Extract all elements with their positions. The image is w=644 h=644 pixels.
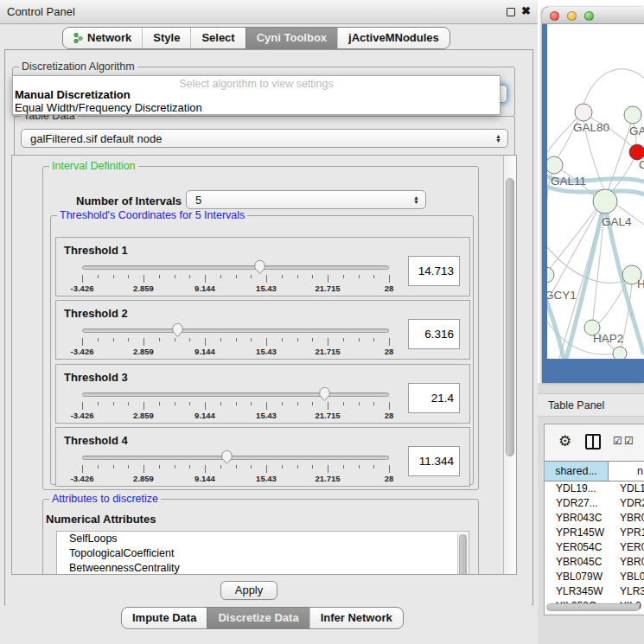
threshold-value-field[interactable]: 21.4	[408, 383, 460, 413]
gear-icon[interactable]: ⚙	[558, 432, 571, 450]
table-row[interactable]: YBR045CYBR0	[545, 555, 644, 570]
numerical-attributes-list[interactable]: SelfLoopsTopologicalCoefficientBetweenne…	[56, 531, 469, 575]
table-cell[interactable]: YDL19...	[545, 481, 609, 496]
thresholds-title: Threshold's Coordinates for 5 Intervals	[57, 209, 247, 221]
checkbox-icon[interactable]: ☑	[624, 435, 634, 447]
table-cell[interactable]: YLR345W	[545, 584, 609, 599]
attribute-item-selfloops[interactable]: SelfLoops	[57, 532, 469, 546]
tick-mark	[175, 275, 175, 278]
table-row[interactable]: YPR145WYPR1	[545, 526, 644, 540]
table-cell[interactable]: YLR3	[609, 584, 644, 599]
horizontal-scrollbar-thumb[interactable]	[546, 603, 640, 611]
tick-mark	[205, 275, 206, 283]
tab-network[interactable]: Network	[63, 28, 142, 48]
table-cell[interactable]: YER0	[609, 540, 644, 555]
tick-mark	[312, 338, 313, 341]
table-cell[interactable]: YBL079W	[545, 570, 609, 584]
app-root: Control Panel ✖ NetworkStyleSelectCyni T…	[0, 0, 644, 644]
threshold-value-field[interactable]: 11.344	[408, 446, 460, 476]
list-scrollbar[interactable]	[457, 532, 468, 575]
threshold-value-field[interactable]: 14.713	[408, 256, 460, 286]
float-window-icon[interactable]	[507, 8, 515, 16]
table-cell[interactable]: YBR043C	[545, 511, 609, 526]
slider-ticks	[82, 338, 389, 346]
table-row[interactable]: YDL19...YDL1	[545, 481, 644, 496]
table-cell[interactable]: YDL1	[609, 481, 644, 496]
table-row[interactable]: YLR345WYLR3	[545, 584, 644, 599]
table-cell[interactable]: YBR045C	[545, 555, 609, 570]
network-canvas[interactable]: GAL80GACGAL11GAL4GCY1HHAP2	[547, 24, 644, 359]
table-cell[interactable]: YDR2	[609, 496, 644, 511]
table-cell[interactable]: YPR145W	[545, 526, 609, 540]
apply-button[interactable]: Apply	[220, 581, 277, 600]
minimize-traffic-light-icon[interactable]	[567, 11, 577, 21]
network-node[interactable]	[613, 347, 627, 359]
vertical-scrollbar[interactable]	[503, 156, 516, 574]
tick-mark	[359, 338, 360, 341]
attribute-item-topologicalcoefficient[interactable]: TopologicalCoefficient	[57, 546, 469, 561]
network-edge[interactable]	[583, 69, 644, 105]
network-window-titlebar[interactable]	[542, 7, 644, 24]
algorithm-option-manual[interactable]: Manual Discretization	[13, 88, 500, 101]
network-node-gcy1[interactable]	[547, 267, 554, 283]
table-cell[interactable]: YBL0	[609, 570, 644, 584]
slider-track[interactable]	[82, 392, 389, 397]
table-data-combobox[interactable]: galFiltered.sif default node ▲▼	[21, 129, 508, 148]
tab-cyni-toolbox[interactable]: Cyni Toolbox	[245, 28, 337, 48]
network-edge-thick[interactable]	[547, 303, 564, 359]
table-cell[interactable]: YBR0	[609, 511, 644, 526]
node-label: H	[637, 277, 644, 290]
table-cell[interactable]: YPR1	[609, 526, 644, 540]
close-icon[interactable]: ✖	[521, 4, 531, 17]
table-row[interactable]: YBR043CYBR0	[545, 511, 644, 526]
threshold-slider[interactable]	[82, 454, 389, 462]
network-edge-thick[interactable]	[632, 315, 643, 353]
network-node-gal4[interactable]	[593, 189, 617, 214]
threshold-value-field[interactable]: 6.316	[408, 319, 460, 349]
zoom-traffic-light-icon[interactable]	[584, 11, 594, 21]
column-header-shared-name[interactable]: shared...	[545, 462, 609, 481]
column-header-name[interactable]: n	[609, 462, 644, 481]
tick-mark	[159, 402, 160, 405]
interval-definition-group: Interval Definition Number of Intervals …	[42, 166, 479, 490]
bottom-tab-discretize-data[interactable]: Discretize Data	[207, 608, 309, 628]
algorithm-option-equal-width[interactable]: Equal Width/Frequency Discretization	[13, 101, 500, 114]
threshold-3-row: Threshold 3 -3.4262.8599.14415.4321.7152…	[55, 364, 470, 424]
table-cell[interactable]: YDR27...	[545, 496, 609, 511]
tick-mark	[189, 402, 190, 405]
columns-icon[interactable]	[585, 434, 601, 450]
slider-track[interactable]	[82, 456, 389, 460]
tab-style[interactable]: Style	[142, 28, 190, 48]
panel-title: Control Panel	[7, 5, 75, 18]
bottom-tab-infer-network[interactable]: Infer Network	[309, 608, 403, 628]
bottom-tab-impute-data[interactable]: Impute Data	[122, 608, 207, 628]
vertical-scrollbar-thumb[interactable]	[506, 178, 514, 456]
slider-track[interactable]	[82, 328, 389, 333]
attribute-item-betweennesscentrality[interactable]: BetweennessCentrality	[57, 561, 469, 575]
table-cell[interactable]: YBR0	[609, 555, 644, 570]
number-of-intervals-combobox[interactable]: 5 ▲▼	[186, 190, 426, 209]
network-node-gal11[interactable]	[547, 156, 563, 174]
close-traffic-light-icon[interactable]	[550, 11, 559, 21]
checkbox-icon[interactable]: ☑	[613, 435, 622, 447]
table-row[interactable]: YBL079WYBL0	[545, 570, 644, 584]
slider-track[interactable]	[82, 265, 389, 270]
network-node-ga[interactable]	[624, 106, 641, 124]
threshold-slider[interactable]	[82, 391, 389, 399]
table-cell[interactable]: YER054C	[545, 540, 609, 555]
threshold-slider[interactable]	[82, 264, 389, 272]
tab-select[interactable]: Select	[190, 28, 245, 48]
threshold-slider[interactable]	[82, 327, 389, 335]
tick-mark	[297, 465, 298, 469]
cyni-toolbox-content: Discretization Algorithm ▲▼ Select algor…	[4, 49, 533, 605]
tick-mark	[359, 465, 360, 469]
scale-label: 21.715	[315, 347, 340, 356]
network-node-gal80[interactable]	[575, 104, 592, 121]
scale-label: 28	[385, 347, 394, 356]
scale-label: -3.426	[71, 347, 94, 356]
table-row[interactable]: YER054CYER0	[545, 540, 644, 555]
scale-label: -3.426	[71, 411, 94, 420]
list-scrollbar-thumb[interactable]	[459, 534, 467, 575]
tab-jactivemnodules[interactable]: jActiveMNodules	[337, 28, 450, 48]
table-row[interactable]: YDR27...YDR2	[545, 496, 644, 511]
